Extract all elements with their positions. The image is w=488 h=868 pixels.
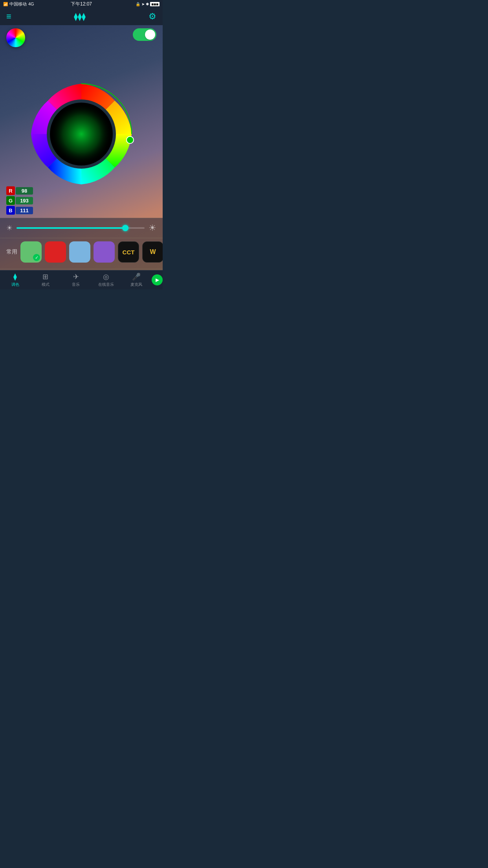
nav-music-label: 音乐 <box>72 282 80 287</box>
common-swatch-3[interactable] <box>94 241 115 263</box>
status-right: 🔒 ➤ ✱ ■■■ <box>136 2 160 6</box>
green-value[interactable]: 193 <box>16 197 33 204</box>
red-value[interactable]: 98 <box>16 187 33 195</box>
settings-icon[interactable]: ⚙ <box>149 11 156 22</box>
color-preview-ball[interactable] <box>6 28 25 47</box>
nav-online-label: 在线音乐 <box>98 282 114 287</box>
navigation-icon: ➤ <box>141 2 145 6</box>
rgb-row-green: G 193 <box>6 196 33 205</box>
common-swatch-w[interactable]: W <box>142 241 163 263</box>
nav-mode-icon: ⊞ <box>42 272 48 281</box>
bottom-section: ☀ ☀ 常用 CCT W <box>0 218 163 270</box>
network-label: 4G <box>28 2 34 6</box>
sun-small-icon: ☀ <box>6 224 13 232</box>
header: ≡ ⧫⧫⧫ ⚙ <box>0 8 163 25</box>
mixer-icon[interactable]: ⧫⧫⧫ <box>74 12 86 21</box>
blue-label: B <box>6 206 15 215</box>
nav-color-label: 调色 <box>11 282 19 287</box>
nav-mode-label: 模式 <box>42 282 50 287</box>
main-content: R 98 G 193 B 111 ☀ ☀ <box>0 25 163 270</box>
common-preset-colors: CCT W <box>20 241 163 263</box>
inner-glow-circle <box>51 103 112 165</box>
nav-item-online-music[interactable]: ◎ 在线音乐 <box>91 272 121 287</box>
brightness-slider[interactable] <box>17 227 145 229</box>
common-swatch-cct[interactable]: CCT <box>118 241 139 263</box>
power-toggle[interactable] <box>133 28 156 41</box>
common-preset-row: 常用 CCT W <box>6 241 156 263</box>
color-wheel-container[interactable] <box>26 79 136 189</box>
status-time: 下午12:07 <box>71 1 92 7</box>
play-icon: ▶ <box>156 277 159 283</box>
common-presets-section: 常用 CCT W <box>0 238 163 269</box>
nav-item-mode[interactable]: ⊞ 模式 <box>30 272 61 287</box>
battery-icon: ■■■ <box>150 2 160 6</box>
slider-thumb[interactable] <box>122 225 128 231</box>
top-row <box>0 25 163 50</box>
wheel-handle-dot[interactable] <box>127 136 134 143</box>
location-icon: 🔒 <box>136 2 140 6</box>
nav-mic-icon: 🎤 <box>132 272 141 281</box>
common-label: 常用 <box>6 248 17 256</box>
bottom-nav: ⧫ 调色 ⊞ 模式 ✈ 音乐 ◎ 在线音乐 🎤 麦克风 ▶ <box>0 270 163 289</box>
slider-fill <box>17 227 125 229</box>
play-button[interactable]: ▶ <box>152 274 163 285</box>
brightness-section: ☀ ☀ <box>0 218 163 238</box>
status-bar: 📶 中国移动 4G 下午12:07 🔒 ➤ ✱ ■■■ <box>0 0 163 8</box>
carrier-label: 中国移动 <box>9 1 27 7</box>
blue-value[interactable]: 111 <box>16 207 33 214</box>
green-label: G <box>6 196 15 205</box>
toggle-knob <box>145 29 155 40</box>
nav-online-icon: ◎ <box>103 272 109 281</box>
common-swatch-0[interactable] <box>20 241 42 263</box>
status-left: 📶 中国移动 4G <box>3 1 34 7</box>
nav-music-icon: ✈ <box>73 272 79 281</box>
bluetooth-icon: ✱ <box>146 2 149 6</box>
rgb-row-red: R 98 <box>6 186 33 195</box>
red-label: R <box>6 186 15 195</box>
sun-large-icon: ☀ <box>149 223 156 233</box>
common-swatch-2[interactable] <box>69 241 90 263</box>
nav-item-music[interactable]: ✈ 音乐 <box>61 272 91 287</box>
nav-item-color[interactable]: ⧫ 调色 <box>0 272 30 287</box>
rgb-display: R 98 G 193 B 111 <box>6 186 33 215</box>
color-wheel-section: R 98 G 193 B 111 <box>0 25 163 218</box>
nav-mic-label: 麦克风 <box>130 282 142 287</box>
color-wheel-svg[interactable] <box>26 79 136 189</box>
signal-icon: 📶 <box>3 2 8 6</box>
common-swatch-1[interactable] <box>45 241 66 263</box>
menu-icon[interactable]: ≡ <box>6 11 11 22</box>
nav-color-icon: ⧫ <box>13 272 17 281</box>
nav-item-mic[interactable]: 🎤 麦克风 <box>121 272 152 287</box>
rgb-row-blue: B 111 <box>6 206 33 215</box>
